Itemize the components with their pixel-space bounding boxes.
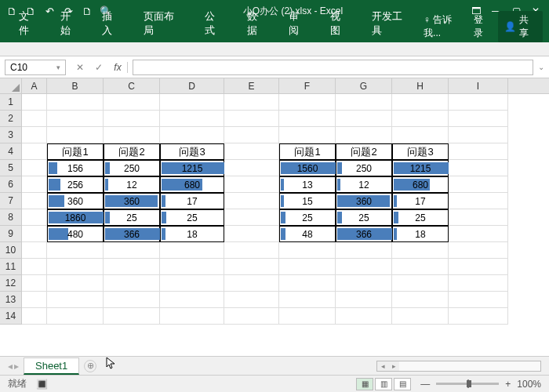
cell[interactable]: [449, 209, 508, 226]
row-header[interactable]: 1: [0, 94, 22, 111]
cell[interactable]: [224, 259, 279, 275]
cell[interactable]: [449, 193, 508, 209]
cell[interactable]: [336, 292, 392, 308]
page-break-view-icon[interactable]: ▤: [394, 378, 411, 390]
cell[interactable]: [392, 275, 449, 292]
cell[interactable]: [224, 226, 279, 242]
cell[interactable]: [449, 226, 508, 242]
row-header[interactable]: 14: [0, 308, 22, 325]
cell[interactable]: [392, 94, 449, 111]
cell[interactable]: 15: [279, 193, 336, 209]
cell[interactable]: [104, 242, 160, 259]
cell[interactable]: [22, 259, 47, 275]
tab-insert[interactable]: 插入: [93, 6, 131, 42]
cell[interactable]: 156: [47, 160, 104, 176]
cell[interactable]: 1215: [160, 160, 224, 176]
cell[interactable]: [279, 308, 336, 325]
cell[interactable]: 问题2: [336, 143, 392, 160]
cell[interactable]: [22, 209, 47, 226]
cell[interactable]: 680: [392, 176, 449, 193]
cell[interactable]: 680: [160, 176, 224, 193]
horizontal-scrollbar[interactable]: [376, 361, 541, 372]
spreadsheet-grid[interactable]: A B C D E F G H I 1234问题1问题2问题3问题1问题2问题3…: [0, 78, 549, 356]
name-box[interactable]: C10: [5, 60, 66, 75]
cell[interactable]: 48: [279, 226, 336, 242]
cell[interactable]: [22, 111, 47, 127]
cell[interactable]: [224, 308, 279, 325]
cell[interactable]: [47, 94, 104, 111]
formula-input[interactable]: [133, 60, 533, 75]
cell[interactable]: [47, 308, 104, 325]
tab-layout[interactable]: 页面布局: [134, 6, 192, 42]
cell[interactable]: 25: [336, 209, 392, 226]
row-header[interactable]: 7: [0, 193, 22, 209]
cell[interactable]: 问题3: [392, 143, 449, 160]
cell[interactable]: [47, 275, 104, 292]
cell[interactable]: [104, 127, 160, 143]
cell[interactable]: [279, 127, 336, 143]
expand-formula-icon[interactable]: ⌄: [538, 63, 544, 71]
tell-me-search[interactable]: ♀ 告诉我...: [424, 13, 467, 40]
cell[interactable]: 17: [392, 193, 449, 209]
tab-view[interactable]: 视图: [321, 6, 359, 42]
cell[interactable]: [336, 127, 392, 143]
cell[interactable]: 250: [104, 160, 160, 176]
cell[interactable]: 问题3: [160, 143, 224, 160]
prev-sheet-icon[interactable]: ◂: [8, 361, 13, 372]
cell[interactable]: [160, 242, 224, 259]
col-header[interactable]: G: [336, 78, 392, 93]
cell[interactable]: [224, 160, 279, 176]
row-header[interactable]: 9: [0, 226, 22, 242]
col-header[interactable]: C: [104, 78, 160, 93]
tab-developer[interactable]: 开发工具: [362, 6, 420, 42]
cell[interactable]: [47, 242, 104, 259]
cell[interactable]: 366: [104, 226, 160, 242]
cell[interactable]: [392, 242, 449, 259]
next-sheet-icon[interactable]: ▸: [14, 361, 19, 372]
cell[interactable]: [22, 193, 47, 209]
cell[interactable]: [336, 242, 392, 259]
cell[interactable]: 25: [392, 209, 449, 226]
cell[interactable]: [104, 292, 160, 308]
cell[interactable]: [160, 259, 224, 275]
cell[interactable]: [392, 308, 449, 325]
cell[interactable]: [224, 127, 279, 143]
cell[interactable]: 18: [392, 226, 449, 242]
cell[interactable]: [336, 111, 392, 127]
col-header[interactable]: E: [224, 78, 279, 93]
cell[interactable]: [160, 292, 224, 308]
row-header[interactable]: 11: [0, 259, 22, 275]
fx-icon[interactable]: fx: [111, 62, 124, 73]
cell[interactable]: [279, 259, 336, 275]
cell[interactable]: [47, 292, 104, 308]
cell[interactable]: [279, 292, 336, 308]
cell[interactable]: [279, 275, 336, 292]
cell[interactable]: [449, 111, 508, 127]
cell[interactable]: [224, 143, 279, 160]
cell[interactable]: [449, 94, 508, 111]
row-header[interactable]: 6: [0, 176, 22, 193]
cell[interactable]: 1215: [392, 160, 449, 176]
cell[interactable]: [449, 292, 508, 308]
cell[interactable]: [224, 292, 279, 308]
row-header[interactable]: 4: [0, 143, 22, 160]
cell[interactable]: [224, 193, 279, 209]
tab-home[interactable]: 开始: [51, 6, 89, 42]
page-layout-view-icon[interactable]: ▥: [375, 378, 392, 390]
row-header[interactable]: 8: [0, 209, 22, 226]
cell[interactable]: [279, 94, 336, 111]
cell[interactable]: [47, 111, 104, 127]
cell[interactable]: [104, 111, 160, 127]
cell[interactable]: [22, 275, 47, 292]
cell[interactable]: [392, 259, 449, 275]
cell[interactable]: [160, 94, 224, 111]
cell[interactable]: [224, 94, 279, 111]
row-header[interactable]: 5: [0, 160, 22, 176]
share-button[interactable]: 👤共享: [498, 11, 543, 42]
col-header[interactable]: F: [279, 78, 336, 93]
cell[interactable]: [22, 292, 47, 308]
tab-file[interactable]: 文件: [9, 6, 48, 42]
tab-formulas[interactable]: 公式: [195, 6, 234, 42]
cell[interactable]: [22, 242, 47, 259]
cell[interactable]: 13: [279, 176, 336, 193]
